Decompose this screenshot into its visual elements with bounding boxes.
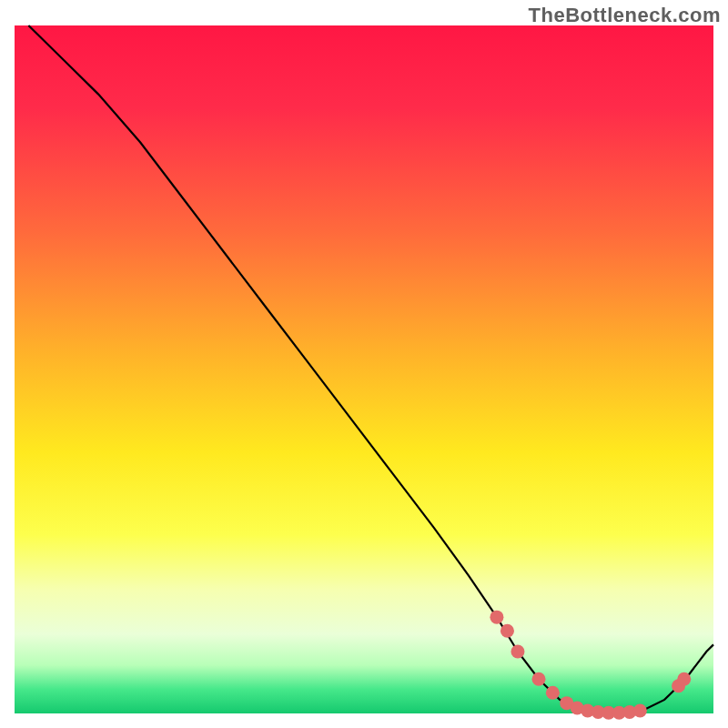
marker-dot (633, 703, 647, 717)
chart-frame: TheBottleneck.com (0, 0, 728, 728)
marker-dot (532, 672, 546, 686)
marker-dot (511, 644, 524, 658)
gradient-background (15, 25, 713, 713)
bottleneck-chart (0, 0, 728, 728)
marker-dot (546, 686, 560, 700)
watermark-text: TheBottleneck.com (529, 4, 721, 27)
marker-dot (500, 624, 514, 638)
marker-dot (677, 672, 691, 686)
marker-dot (490, 611, 503, 624)
